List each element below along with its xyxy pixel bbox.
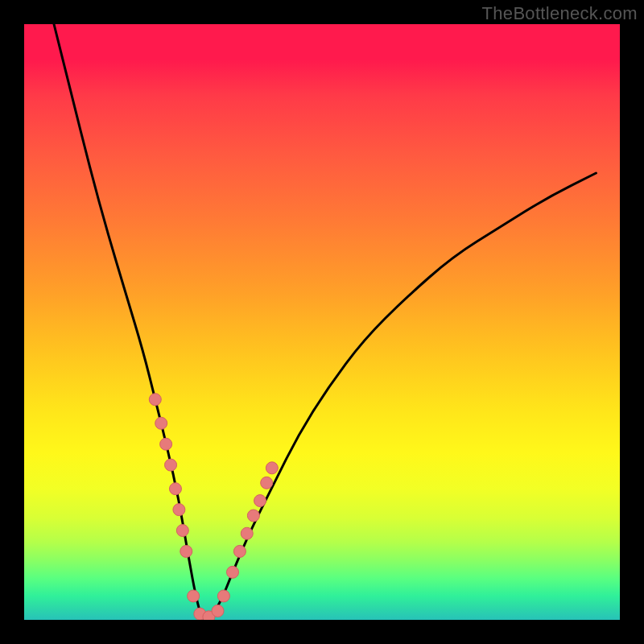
highlight-dot [188,590,200,602]
plot-area [24,24,620,620]
highlight-dot [217,590,229,602]
highlight-dot [247,510,259,522]
watermark-text: TheBottleneck.com [482,3,638,24]
bottleneck-curve [54,24,596,620]
highlight-dot [155,417,167,429]
highlight-dot [212,605,224,617]
highlight-dot [149,394,161,406]
highlight-dot [165,459,177,471]
highlight-dot [233,545,246,557]
highlight-dot [254,495,266,507]
chart-frame: TheBottleneck.com [0,0,644,644]
highlight-dot [169,483,181,495]
highlight-dot [176,525,188,537]
highlight-dot [261,477,273,489]
highlight-dot [241,527,253,539]
highlight-dot [160,438,172,450]
highlight-dot [180,545,192,557]
highlight-dot [227,566,239,578]
curve-overlay [24,24,620,620]
highlight-dot [266,462,278,474]
highlight-dot [173,504,185,516]
